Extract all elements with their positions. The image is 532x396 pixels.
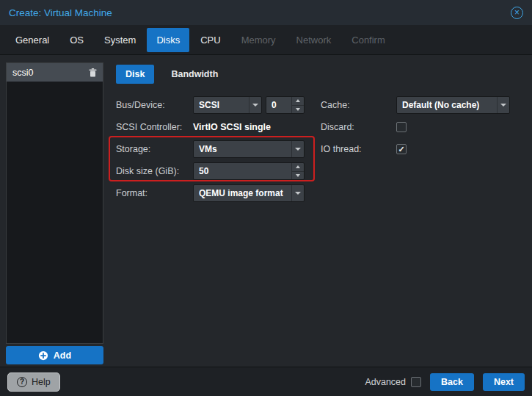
bus-device-number-spinner[interactable]: 0 — [266, 96, 305, 114]
row-cache: Cache: Default (No cache) — [321, 96, 510, 114]
help-icon: ? — [17, 377, 27, 387]
format-label: Format: — [116, 188, 193, 198]
dialog-footer: ? Help Advanced Back Next — [0, 367, 532, 396]
footer-actions: Advanced Back Next — [365, 373, 525, 391]
disk-size-value: 50 — [194, 163, 291, 179]
row-discard: Discard: — [321, 118, 407, 136]
check-icon: ✓ — [398, 145, 404, 154]
bus-device-number-value: 0 — [266, 97, 291, 113]
tab-network: Network — [287, 28, 341, 52]
row-storage: Storage: VMs — [116, 140, 305, 158]
spinner-arrows-icon[interactable] — [291, 163, 304, 179]
io-thread-checkbox[interactable]: ✓ — [396, 144, 407, 154]
close-icon[interactable]: × — [511, 7, 523, 19]
dialog-titlebar: Create: Virtual Machine × — [0, 0, 532, 25]
bus-device-combo-value: SCSI — [194, 97, 249, 113]
create-vm-dialog: Create: Virtual Machine × General OS Sys… — [0, 0, 532, 396]
add-button-label: Add — [54, 350, 71, 361]
scsi-controller-value: VirtIO SCSI single — [193, 122, 271, 132]
chevron-down-icon[interactable] — [497, 97, 509, 113]
chevron-down-icon[interactable] — [249, 97, 261, 113]
io-thread-label: IO thread: — [321, 144, 396, 154]
bus-device-label: Bus/Device: — [116, 100, 193, 110]
subtab-disk[interactable]: Disk — [116, 65, 154, 84]
bus-device-combo[interactable]: SCSI — [193, 96, 262, 114]
row-bus-device: Bus/Device: SCSI 0 — [116, 96, 305, 114]
row-scsi-controller: SCSI Controller: VirtIO SCSI single — [116, 118, 271, 136]
tab-system[interactable]: System — [95, 28, 145, 52]
cache-label: Cache: — [321, 100, 396, 110]
format-combo[interactable]: QEMU image format — [193, 184, 305, 202]
row-disk-size: Disk size (GiB): 50 — [116, 162, 305, 180]
chevron-down-icon[interactable] — [291, 185, 304, 201]
disk-list-panel: scsi0 — [6, 62, 103, 344]
tab-cpu[interactable]: CPU — [191, 28, 230, 52]
tab-general[interactable]: General — [6, 28, 59, 52]
disk-list-item-scsi0[interactable]: scsi0 — [7, 63, 103, 82]
discard-label: Discard: — [321, 122, 396, 132]
storage-combo[interactable]: VMs — [193, 140, 305, 158]
disk-size-spinner[interactable]: 50 — [193, 162, 305, 180]
cache-combo[interactable]: Default (No cache) — [396, 96, 510, 114]
add-disk-button[interactable]: Add — [6, 346, 103, 364]
spinner-arrows-icon[interactable] — [291, 97, 304, 113]
scsi-controller-label: SCSI Controller: — [116, 122, 193, 132]
trash-icon[interactable] — [89, 68, 97, 77]
cache-combo-value: Default (No cache) — [397, 97, 497, 113]
advanced-toggle: Advanced — [365, 377, 421, 387]
dialog-title: Create: Virtual Machine — [9, 7, 112, 18]
disks-tab-content: scsi0 Add Disk Bandwidth — [0, 54, 532, 367]
tab-memory: Memory — [232, 28, 285, 52]
discard-checkbox[interactable] — [396, 122, 407, 132]
advanced-checkbox[interactable] — [411, 377, 421, 387]
disk-subtab-bar: Disk Bandwidth — [116, 65, 227, 84]
next-button[interactable]: Next — [483, 373, 525, 391]
plus-circle-icon — [38, 350, 48, 361]
back-button[interactable]: Back — [430, 373, 474, 391]
tab-os[interactable]: OS — [60, 28, 93, 52]
tab-confirm: Confirm — [342, 28, 395, 52]
help-button[interactable]: ? Help — [7, 372, 60, 392]
tab-bar: General OS System Disks CPU Memory Netwo… — [0, 25, 532, 54]
row-format: Format: QEMU image format — [116, 184, 305, 202]
subtab-bandwidth[interactable]: Bandwidth — [161, 65, 227, 84]
tab-disks[interactable]: Disks — [147, 28, 189, 52]
row-io-thread: IO thread: ✓ — [321, 140, 407, 158]
help-button-label: Help — [32, 377, 51, 387]
storage-combo-value: VMs — [194, 141, 291, 157]
advanced-label: Advanced — [365, 377, 406, 387]
storage-label: Storage: — [116, 144, 193, 154]
chevron-down-icon[interactable] — [291, 141, 304, 157]
disk-size-label: Disk size (GiB): — [116, 166, 193, 176]
format-combo-value: QEMU image format — [194, 185, 291, 201]
disk-item-label: scsi0 — [12, 68, 33, 78]
